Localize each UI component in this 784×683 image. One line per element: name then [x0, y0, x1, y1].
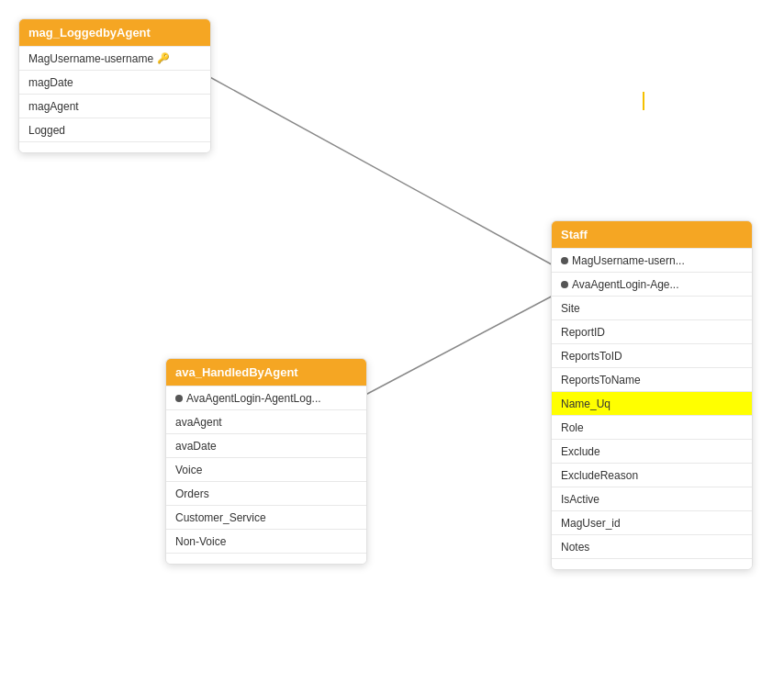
- svg-line-0: [207, 75, 558, 268]
- key-icon: 🔑: [157, 52, 170, 64]
- table-header-staff: Staff: [552, 221, 752, 248]
- table-row[interactable]: AvaAgentLogin-Age...: [552, 272, 752, 296]
- field-label: Notes: [561, 541, 589, 554]
- table-row[interactable]: ReportID: [552, 319, 752, 343]
- field-label: Role: [561, 421, 584, 434]
- table-row[interactable]: avaAgent: [166, 409, 366, 433]
- field-label: IsActive: [561, 493, 599, 506]
- table-row[interactable]: MagUsername-usern...: [552, 248, 752, 272]
- table-staff[interactable]: Staff MagUsername-usern... AvaAgentLogin…: [551, 220, 753, 570]
- field-label: AvaAgentLogin-AgentLog...: [186, 392, 321, 405]
- diagram-canvas: mag_LoggedbyAgent MagUsername-username 🔑…: [0, 0, 784, 683]
- svg-line-1: [353, 293, 558, 401]
- field-label: avaDate: [175, 440, 217, 453]
- table-row[interactable]: Orders: [166, 481, 366, 505]
- table-row[interactable]: MagUser_id: [552, 510, 752, 534]
- cursor-bar: [643, 92, 644, 110]
- field-label: MagUsername-username: [28, 52, 153, 65]
- field-label: ExcludeReason: [561, 469, 638, 482]
- table-row[interactable]: ReportsToName: [552, 367, 752, 391]
- field-label: MagUser_id: [561, 517, 621, 530]
- table-ava-handledbyagent[interactable]: ava_HandledByAgent AvaAgentLogin-AgentLo…: [165, 358, 367, 565]
- field-label: Exclude: [561, 445, 600, 458]
- table-row[interactable]: IsActive: [552, 487, 752, 510]
- table-row[interactable]: Voice: [166, 457, 366, 481]
- table-mag-loggedbyagent[interactable]: mag_LoggedbyAgent MagUsername-username 🔑…: [18, 18, 211, 153]
- field-label: ReportsToID: [561, 350, 622, 363]
- field-label: avaAgent: [175, 416, 222, 429]
- table-row-notes[interactable]: Notes: [552, 534, 752, 558]
- table-row[interactable]: magDate: [19, 70, 210, 94]
- table-header-ava-handledbyagent: ava_HandledByAgent: [166, 359, 366, 386]
- table-row[interactable]: Exclude: [552, 439, 752, 463]
- table-row-highlighted[interactable]: Name_Uq: [552, 391, 752, 415]
- field-label: Voice: [175, 464, 202, 476]
- field-label: magAgent: [28, 100, 79, 113]
- table-row[interactable]: ExcludeReason: [552, 463, 752, 487]
- table-footer: [552, 558, 752, 569]
- field-label: ReportsToName: [561, 374, 641, 386]
- field-label: Logged: [28, 124, 65, 137]
- connector-dot: [175, 395, 183, 402]
- field-label: magDate: [28, 76, 73, 89]
- table-header-mag-loggedbyagent: mag_LoggedbyAgent: [19, 19, 210, 46]
- table-row[interactable]: Logged: [19, 118, 210, 141]
- table-footer: [19, 141, 210, 152]
- table-row[interactable]: MagUsername-username 🔑: [19, 46, 210, 70]
- table-row[interactable]: Site: [552, 296, 752, 319]
- connector-dot: [561, 281, 568, 288]
- table-row[interactable]: ReportsToID: [552, 343, 752, 367]
- field-label: Site: [561, 302, 580, 315]
- table-row[interactable]: magAgent: [19, 94, 210, 118]
- table-row[interactable]: Customer_Service: [166, 505, 366, 529]
- field-label: Non-Voice: [175, 535, 226, 548]
- field-label: ReportID: [561, 326, 605, 339]
- field-label: Name_Uq: [561, 397, 610, 410]
- table-row[interactable]: Non-Voice: [166, 529, 366, 553]
- table-row[interactable]: avaDate: [166, 433, 366, 457]
- connector-dot: [561, 257, 568, 264]
- table-row[interactable]: Role: [552, 415, 752, 439]
- table-footer: [166, 553, 366, 564]
- table-row[interactable]: AvaAgentLogin-AgentLog...: [166, 386, 366, 409]
- field-label: MagUsername-usern...: [572, 254, 685, 267]
- field-label: Customer_Service: [175, 511, 266, 524]
- field-label: AvaAgentLogin-Age...: [572, 278, 679, 291]
- field-label: Orders: [175, 487, 209, 500]
